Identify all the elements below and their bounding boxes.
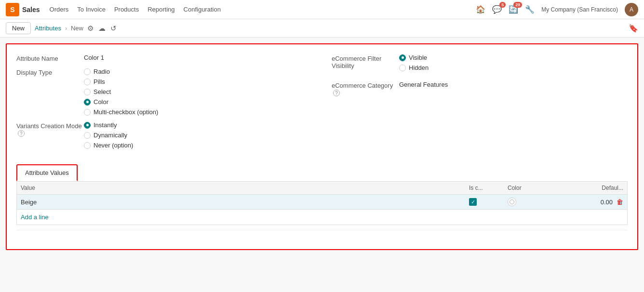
row-is-custom[interactable]: ✓	[469, 198, 508, 206]
visibility-hidden-label: Hidden	[409, 64, 429, 71]
radio-color-circle	[84, 99, 91, 106]
display-type-radio-color[interactable]: Color	[84, 98, 158, 106]
toolbar-icons: ⚙ ☁ ↺	[87, 24, 117, 33]
col-is-custom: Is c...	[469, 185, 508, 191]
variants-never[interactable]: Never (option)	[84, 142, 133, 149]
variants-mode-radio-group: Instantly Dynamically Never (option)	[84, 121, 133, 149]
is-custom-checkbox[interactable]: ✓	[469, 198, 477, 206]
variants-dynamically-label: Dynamically	[94, 132, 127, 139]
company-name: My Company (San Francisco)	[541, 6, 618, 13]
toolbar: New Attributes › New ⚙ ☁ ↺ 🔖	[0, 19, 644, 38]
variants-dynamically-circle	[84, 132, 91, 139]
settings-icon[interactable]: ⚙	[87, 24, 94, 33]
variants-never-circle	[84, 142, 91, 149]
main-content: Attribute Name Color 1 Display Type Radi…	[0, 38, 644, 286]
messages-icon-btn[interactable]: 💬 5	[492, 5, 502, 14]
visibility-visible-label: Visible	[409, 54, 427, 61]
variants-mode-row: Variants Creation Mode ? Instantly Dynam…	[16, 121, 312, 149]
color-picker-circle[interactable]	[508, 198, 516, 206]
add-line-button[interactable]: Add a line	[17, 210, 627, 225]
radio-pills-label: Pills	[94, 78, 105, 85]
app-name: Sales	[22, 6, 40, 13]
radio-radio-label: Radio	[94, 68, 110, 75]
display-type-radio-group: Radio Pills Select Color	[84, 68, 158, 116]
activity-icon-btn[interactable]: 🔄 28	[509, 5, 518, 14]
radio-select-label: Select	[94, 88, 111, 95]
variants-mode-label: Variants Creation Mode ?	[16, 121, 84, 137]
discard-icon[interactable]: ↺	[110, 24, 117, 33]
variants-instantly[interactable]: Instantly	[84, 121, 133, 129]
settings-wrench-icon[interactable]: 🔧	[525, 5, 535, 14]
variants-instantly-label: Instantly	[94, 121, 117, 129]
display-type-row: Display Type Radio Pills Select	[16, 68, 312, 116]
row-color[interactable]	[508, 198, 565, 206]
nav-products[interactable]: Products	[114, 6, 139, 13]
visibility-hidden[interactable]: Hidden	[399, 64, 429, 71]
attribute-name-value[interactable]: Color 1	[84, 54, 104, 61]
ecommerce-filter-label: eCommerce Filter Visibility	[332, 54, 399, 69]
attribute-name-label: Attribute Name	[16, 54, 84, 62]
radio-radio-circle	[84, 68, 91, 75]
form-left: Attribute Name Color 1 Display Type Radi…	[16, 54, 312, 155]
variants-never-label: Never (option)	[94, 142, 133, 149]
messages-badge: 5	[499, 2, 506, 8]
tab-attribute-values[interactable]: Attribute Values	[16, 164, 78, 181]
activity-badge: 28	[513, 2, 522, 8]
attribute-name-row: Attribute Name Color 1	[16, 54, 312, 62]
ecommerce-visibility-options: Visible Hidden	[399, 54, 429, 71]
col-color: Color	[508, 185, 565, 191]
visibility-visible[interactable]: Visible	[399, 54, 429, 61]
display-type-label: Display Type	[16, 68, 84, 76]
breadcrumb-current: New	[71, 25, 83, 32]
display-type-radio-pills[interactable]: Pills	[84, 78, 158, 85]
radio-multicheckbox-circle	[84, 109, 91, 116]
nav-to-invoice[interactable]: To Invoice	[77, 6, 106, 13]
radio-pills-circle	[84, 79, 91, 85]
visibility-visible-circle	[399, 54, 406, 61]
form-right: eCommerce Filter Visibility Visible Hidd…	[332, 54, 628, 155]
nav-right: 🏠 💬 5 🔄 28 🔧 My Company (San Francisco) …	[476, 3, 638, 16]
col-value: Value	[21, 185, 469, 191]
variants-instantly-circle	[84, 122, 91, 129]
display-type-radio-radio[interactable]: Radio	[84, 68, 158, 75]
app-logo[interactable]: S Sales	[6, 3, 40, 16]
visibility-hidden-circle	[399, 65, 406, 71]
home-icon-btn[interactable]: 🏠	[476, 5, 485, 14]
user-avatar[interactable]: A	[625, 3, 638, 16]
ecommerce-category-label: eCommerce Category ?	[332, 81, 399, 96]
variants-mode-help[interactable]: ?	[18, 130, 25, 137]
table-row[interactable]: Beige ✓ 0.00 🗑	[17, 195, 627, 210]
ecommerce-category-help[interactable]: ?	[333, 90, 340, 96]
ecommerce-category-value[interactable]: General Features	[399, 81, 448, 88]
new-button[interactable]: New	[6, 22, 31, 34]
attribute-values-table: Value Is c... Color Defaul... Beige ✓ 0.…	[16, 181, 628, 225]
top-navigation: S Sales Orders To Invoice Products Repor…	[0, 0, 644, 19]
display-type-radio-select[interactable]: Select	[84, 88, 158, 95]
nav-menu: Orders To Invoice Products Reporting Con…	[50, 6, 221, 13]
delete-row-icon[interactable]: 🗑	[617, 198, 623, 206]
table-header: Value Is c... Color Defaul...	[17, 182, 627, 195]
bookmark-icon[interactable]: 🔖	[629, 24, 638, 33]
tabs: Attribute Values	[16, 164, 628, 181]
logo-icon: S	[6, 3, 19, 16]
row-default: 0.00 🗑	[565, 198, 623, 206]
variants-dynamically[interactable]: Dynamically	[84, 132, 133, 139]
breadcrumb-link[interactable]: Attributes	[35, 25, 61, 32]
toolbar-right: 🔖	[629, 24, 638, 33]
nav-orders[interactable]: Orders	[50, 6, 69, 13]
color-circle-inner	[510, 199, 514, 204]
radio-color-label: Color	[94, 98, 108, 106]
nav-configuration[interactable]: Configuration	[184, 6, 221, 13]
nav-reporting[interactable]: Reporting	[148, 6, 174, 13]
save-cloud-icon[interactable]: ☁	[98, 24, 106, 33]
radio-multicheckbox-label: Multi-checkbox (option)	[94, 108, 158, 116]
radio-select-circle	[84, 89, 91, 95]
default-value[interactable]: 0.00	[601, 199, 613, 206]
col-default: Defaul...	[565, 185, 623, 191]
form-bottom-space	[16, 230, 628, 249]
form-card: Attribute Name Color 1 Display Type Radi…	[6, 43, 638, 250]
display-type-radio-multicheckbox[interactable]: Multi-checkbox (option)	[84, 108, 158, 116]
row-value: Beige	[21, 199, 469, 206]
breadcrumb-separator: ›	[65, 25, 67, 32]
form-section-top: Attribute Name Color 1 Display Type Radi…	[16, 54, 628, 155]
